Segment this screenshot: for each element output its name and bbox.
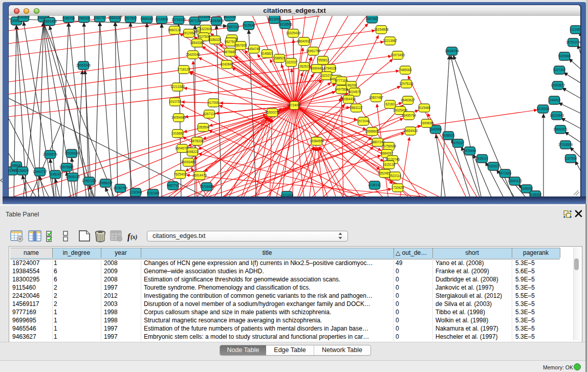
svg-text:1071934: 1071934 (281, 193, 294, 196)
svg-text:1362615: 1362615 (298, 64, 311, 68)
svg-text:1112457: 1112457 (570, 28, 580, 31)
svg-text:18463627: 18463627 (401, 98, 416, 102)
svg-text:5684067: 5684067 (381, 151, 394, 155)
svg-text:1572040: 1572040 (357, 119, 370, 123)
svg-text:1353594: 1353594 (197, 125, 210, 129)
svg-text:10973493: 10973493 (390, 53, 405, 57)
svg-text:26093489: 26093489 (181, 160, 196, 164)
svg-text:20364436: 20364436 (341, 97, 356, 101)
svg-text:19654923: 19654923 (403, 129, 418, 133)
svg-text:1916682: 1916682 (171, 132, 184, 135)
svg-text:10807487: 10807487 (369, 96, 384, 99)
svg-text:18724007: 18724007 (287, 103, 302, 107)
svg-text:7515546: 7515546 (243, 24, 255, 27)
svg-text:1167534: 1167534 (564, 157, 577, 160)
svg-text:12975115: 12975115 (399, 82, 413, 85)
svg-text:746206: 746206 (345, 83, 357, 87)
svg-text:16210643: 16210643 (550, 114, 564, 117)
svg-text:6466160: 6466160 (141, 17, 154, 20)
svg-text:7955812: 7955812 (317, 58, 330, 62)
svg-text:8660128: 8660128 (168, 28, 181, 32)
svg-text:7857224: 7857224 (227, 25, 239, 29)
svg-text:9329966: 9329966 (558, 54, 571, 58)
svg-text:4498222: 4498222 (186, 150, 199, 154)
svg-text:26053346: 26053346 (76, 63, 91, 67)
svg-text:16782759: 16782759 (113, 186, 128, 190)
svg-text:16543382: 16543382 (190, 41, 205, 45)
svg-text:9214506: 9214506 (156, 17, 168, 21)
svg-text:2935114: 2935114 (476, 157, 489, 160)
svg-text:9457791: 9457791 (167, 184, 180, 187)
svg-text:13325419: 13325419 (286, 31, 301, 35)
svg-text:19218506: 19218506 (278, 23, 293, 26)
svg-text:2867608: 2867608 (234, 43, 247, 47)
svg-text:70756928: 70756928 (382, 144, 397, 148)
svg-text:18640910: 18640910 (297, 39, 312, 43)
svg-text:(x): (x) (130, 234, 138, 240)
svg-text:8215938: 8215938 (537, 107, 550, 111)
svg-text:8813054: 8813054 (224, 16, 236, 18)
svg-text:9227342: 9227342 (553, 68, 566, 72)
svg-text:1699695: 1699695 (421, 121, 433, 125)
svg-text:1322037: 1322037 (285, 60, 298, 64)
svg-text:15716485: 15716485 (200, 185, 214, 188)
svg-text:1145141: 1145141 (49, 172, 62, 176)
svg-text:6497568: 6497568 (335, 87, 348, 91)
svg-text:15751074: 15751074 (566, 40, 580, 44)
svg-text:16914479: 16914479 (192, 173, 207, 177)
svg-text:7632621: 7632621 (487, 164, 500, 168)
svg-text:19054985: 19054985 (171, 116, 186, 119)
svg-text:2522114: 2522114 (389, 174, 402, 178)
svg-text:5322605: 5322605 (200, 27, 212, 31)
svg-text:7485063: 7485063 (399, 68, 412, 72)
svg-text:6479197: 6479197 (452, 141, 465, 145)
svg-text:10653267: 10653267 (108, 16, 123, 19)
svg-text:12505135: 12505135 (66, 175, 80, 179)
svg-text:1010755: 1010755 (169, 100, 182, 103)
svg-text:1527602: 1527602 (124, 16, 137, 20)
svg-text:9115460: 9115460 (418, 106, 431, 110)
svg-text:2040557: 2040557 (17, 16, 30, 19)
svg-text:62160: 62160 (385, 102, 395, 106)
svg-text:8938923: 8938923 (442, 134, 455, 137)
svg-text:1232344: 1232344 (129, 190, 142, 194)
svg-text:10958107: 10958107 (98, 181, 113, 185)
svg-text:1156829: 1156829 (16, 169, 29, 172)
svg-text:17957225: 17957225 (82, 179, 97, 183)
svg-text:10719155: 10719155 (171, 18, 186, 21)
svg-text:12213967: 12213967 (383, 39, 398, 42)
svg-text:9186756: 9186756 (62, 16, 75, 20)
svg-text:1588520: 1588520 (273, 56, 286, 60)
svg-text:15300275: 15300275 (265, 111, 280, 114)
svg-text:15692971: 15692971 (553, 127, 568, 131)
svg-text:2687682: 2687682 (366, 17, 379, 20)
svg-text:8454749: 8454749 (248, 47, 260, 51)
svg-text:4136141: 4136141 (368, 183, 381, 187)
svg-text:7515546: 7515546 (198, 16, 211, 18)
svg-text:8813054: 8813054 (268, 17, 281, 21)
svg-text:10975887: 10975887 (59, 165, 74, 169)
svg-text:6794028: 6794028 (324, 67, 337, 70)
svg-text:12942737: 12942737 (33, 170, 48, 173)
svg-text:3875685: 3875685 (224, 50, 236, 54)
svg-text:1065326: 1065326 (78, 16, 91, 20)
svg-text:1244415: 1244415 (548, 98, 561, 102)
svg-text:16053809: 16053809 (209, 19, 224, 23)
svg-text:16961758: 16961758 (306, 49, 321, 53)
svg-text:1733426: 1733426 (391, 186, 404, 189)
svg-text:20206576: 20206576 (43, 152, 58, 156)
svg-text:19384554: 19384554 (310, 139, 324, 143)
svg-text:417006: 417006 (208, 101, 219, 104)
svg-text:18807249: 18807249 (371, 140, 385, 144)
svg-text:10654122: 10654122 (508, 179, 522, 183)
svg-text:8186328: 8186328 (209, 38, 222, 41)
svg-text:1640954: 1640954 (429, 127, 442, 131)
svg-text:9242848: 9242848 (221, 62, 233, 66)
svg-text:1615132: 1615132 (383, 163, 396, 166)
svg-text:3024575: 3024575 (349, 90, 361, 94)
svg-text:8990448: 8990448 (311, 67, 323, 70)
svg-text:23420046: 23420046 (186, 53, 201, 56)
svg-text:9245052: 9245052 (520, 187, 533, 190)
svg-text:9245052: 9245052 (529, 193, 542, 196)
svg-text:12539924: 12539924 (64, 151, 79, 155)
